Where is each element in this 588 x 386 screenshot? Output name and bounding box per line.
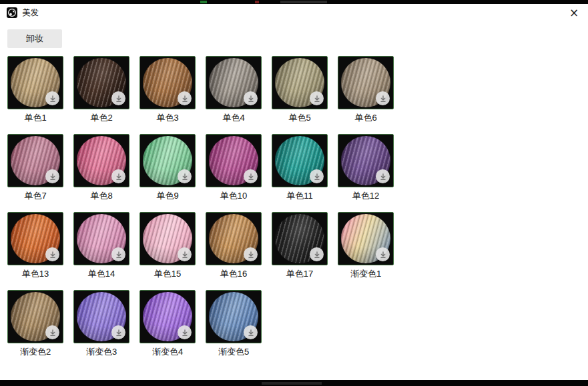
download-icon bbox=[49, 329, 57, 337]
download-button[interactable] bbox=[45, 247, 59, 261]
background-remnant bbox=[255, 1, 259, 3]
hair-style-cell: 渐变色1 bbox=[338, 212, 394, 279]
download-icon bbox=[313, 173, 321, 181]
hair-style-cell: 单色9 bbox=[139, 134, 196, 201]
download-icon bbox=[379, 95, 387, 103]
hair-style-cell: 渐变色2 bbox=[7, 290, 63, 357]
hair-style-tile[interactable] bbox=[272, 56, 328, 109]
hair-style-cell: 单色17 bbox=[272, 212, 328, 279]
download-icon bbox=[379, 173, 387, 181]
download-button[interactable] bbox=[310, 169, 324, 183]
hair-style-tile[interactable] bbox=[139, 290, 196, 343]
download-button[interactable] bbox=[111, 325, 125, 339]
tile-label: 单色15 bbox=[139, 269, 196, 279]
background-app-bottom-strip bbox=[0, 380, 588, 386]
toolbar: 卸妆 bbox=[0, 21, 588, 48]
hair-style-tile[interactable] bbox=[139, 134, 196, 187]
download-button[interactable] bbox=[178, 247, 192, 261]
tile-label: 单色5 bbox=[272, 113, 328, 123]
hair-style-cell: 渐变色4 bbox=[139, 290, 196, 357]
download-icon bbox=[49, 95, 57, 103]
tile-label: 单色10 bbox=[206, 191, 262, 201]
hair-style-tile[interactable] bbox=[7, 212, 63, 265]
hair-style-tile[interactable] bbox=[73, 290, 129, 343]
download-button[interactable] bbox=[178, 91, 192, 105]
tile-label: 单色9 bbox=[139, 191, 196, 201]
tile-label: 单色14 bbox=[73, 269, 129, 279]
download-icon bbox=[247, 95, 255, 103]
download-button[interactable] bbox=[376, 91, 390, 105]
hair-style-tile[interactable] bbox=[73, 212, 129, 265]
download-icon bbox=[247, 173, 255, 181]
download-button[interactable] bbox=[244, 325, 258, 339]
tile-label: 单色7 bbox=[7, 191, 63, 201]
download-icon bbox=[181, 95, 189, 103]
download-button[interactable] bbox=[376, 169, 390, 183]
download-icon bbox=[181, 173, 189, 181]
tile-label: 渐变色4 bbox=[139, 347, 196, 357]
download-button[interactable] bbox=[178, 325, 192, 339]
tile-label: 单色4 bbox=[206, 113, 262, 123]
download-button[interactable] bbox=[45, 91, 59, 105]
download-icon bbox=[115, 95, 123, 103]
app-logo-icon bbox=[7, 7, 17, 18]
background-remnant bbox=[262, 382, 322, 385]
hair-styling-dialog: 美发 × 卸妆 单色1 单色2 bbox=[0, 4, 588, 380]
download-button[interactable] bbox=[178, 169, 192, 183]
download-button[interactable] bbox=[244, 247, 258, 261]
hair-style-tile[interactable] bbox=[338, 56, 394, 109]
download-button[interactable] bbox=[111, 247, 125, 261]
hair-style-tile[interactable] bbox=[7, 290, 63, 343]
download-icon bbox=[181, 251, 189, 259]
download-button[interactable] bbox=[111, 91, 125, 105]
hair-style-cell: 单色2 bbox=[73, 56, 129, 123]
hair-grid: 单色1 单色2 单色3 bbox=[7, 56, 581, 357]
download-button[interactable] bbox=[376, 247, 390, 261]
dialog-titlebar: 美发 × bbox=[0, 4, 588, 21]
hair-style-tile[interactable] bbox=[272, 134, 328, 187]
tile-label: 单色12 bbox=[338, 191, 394, 201]
hair-style-tile[interactable] bbox=[338, 212, 394, 265]
hair-style-tile[interactable] bbox=[272, 212, 328, 265]
tile-label: 渐变色5 bbox=[206, 347, 262, 357]
download-button[interactable] bbox=[244, 91, 258, 105]
hair-style-tile[interactable] bbox=[7, 134, 63, 187]
download-icon bbox=[49, 251, 57, 259]
hair-style-tile[interactable] bbox=[338, 134, 394, 187]
hair-style-cell: 单色15 bbox=[139, 212, 196, 279]
hair-style-cell: 单色12 bbox=[338, 134, 394, 201]
download-icon bbox=[313, 95, 321, 103]
hair-style-tile[interactable] bbox=[73, 56, 129, 109]
tile-label: 单色17 bbox=[272, 269, 328, 279]
download-button[interactable] bbox=[310, 91, 324, 105]
tile-label: 渐变色2 bbox=[7, 347, 63, 357]
hair-style-tile[interactable] bbox=[7, 56, 63, 109]
hair-style-tile[interactable] bbox=[73, 134, 129, 187]
tile-label: 单色6 bbox=[338, 113, 394, 123]
hair-style-tile[interactable] bbox=[206, 134, 262, 187]
close-button[interactable]: × bbox=[567, 5, 581, 20]
tile-label: 单色2 bbox=[73, 113, 129, 123]
hair-style-cell: 单色5 bbox=[272, 56, 328, 123]
download-button[interactable] bbox=[45, 325, 59, 339]
download-icon bbox=[313, 251, 321, 259]
download-icon bbox=[379, 251, 387, 259]
hair-style-cell: 单色4 bbox=[206, 56, 262, 123]
hair-style-tile[interactable] bbox=[206, 290, 262, 343]
tile-label: 单色3 bbox=[139, 113, 196, 123]
download-button[interactable] bbox=[244, 169, 258, 183]
download-icon bbox=[247, 329, 255, 337]
hair-style-cell: 单色6 bbox=[338, 56, 394, 123]
hair-style-tile[interactable] bbox=[206, 212, 262, 265]
download-button[interactable] bbox=[111, 169, 125, 183]
download-icon bbox=[247, 251, 255, 259]
hair-style-cell: 单色8 bbox=[73, 134, 129, 201]
remove-makeup-button[interactable]: 卸妆 bbox=[7, 29, 62, 48]
download-button[interactable] bbox=[45, 169, 59, 183]
tile-label: 单色1 bbox=[7, 113, 63, 123]
download-button[interactable] bbox=[310, 247, 324, 261]
hair-style-tile[interactable] bbox=[206, 56, 262, 109]
hair-style-tile[interactable] bbox=[139, 212, 196, 265]
hair-style-tile[interactable] bbox=[139, 56, 196, 109]
download-icon bbox=[115, 329, 123, 337]
